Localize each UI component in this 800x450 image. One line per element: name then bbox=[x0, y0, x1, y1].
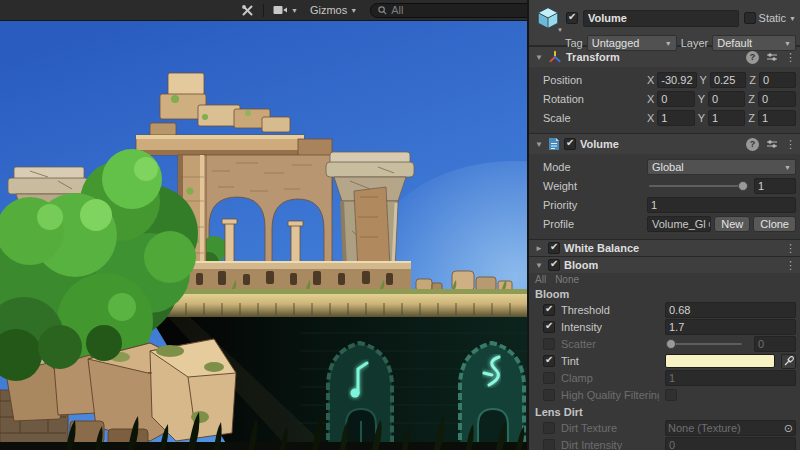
tag-dropdown[interactable]: Untagged ▼ bbox=[587, 35, 677, 51]
unity-editor-window: ▼ Gizmos ▼ All bbox=[0, 0, 800, 450]
dirt-intensity-checkbox[interactable] bbox=[543, 439, 555, 450]
rotation-z-field[interactable]: 0 bbox=[758, 91, 796, 107]
dirt-texture-object-field[interactable]: None (Texture) ⊙ bbox=[665, 420, 796, 436]
foldout-icon[interactable]: ▼ bbox=[534, 53, 544, 62]
weight-row: Weight 1 bbox=[543, 177, 796, 195]
rotation-row: Rotation X0 Y0 Z0 bbox=[543, 90, 796, 108]
foldout-icon[interactable]: ► bbox=[534, 244, 544, 253]
weight-slider[interactable] bbox=[647, 178, 750, 194]
gameobject-header: ▼ Volume Static ▼ Tag Untagged ▼ Layer bbox=[529, 0, 800, 46]
threshold-checkbox[interactable] bbox=[543, 304, 555, 316]
mode-dropdown[interactable]: Global ▼ bbox=[647, 159, 796, 175]
scatter-field[interactable]: 0 bbox=[754, 336, 796, 352]
gizmos-dropdown[interactable]: Gizmos ▼ bbox=[305, 2, 362, 19]
gameobject-active-checkbox[interactable] bbox=[566, 12, 578, 24]
static-checkbox[interactable] bbox=[744, 12, 756, 24]
scene-search-input[interactable]: All bbox=[370, 3, 542, 18]
clamp-field[interactable]: 1 bbox=[665, 370, 796, 386]
rock-pile bbox=[0, 325, 236, 447]
help-icon[interactable]: ? bbox=[746, 138, 759, 151]
presets-icon[interactable] bbox=[766, 139, 778, 149]
toolbar-separator bbox=[263, 4, 264, 17]
object-picker-icon[interactable]: ⊙ bbox=[708, 218, 711, 231]
volume-enabled-checkbox[interactable] bbox=[564, 138, 576, 150]
tools-icon bbox=[241, 4, 254, 17]
mode-row: Mode Global ▼ bbox=[543, 158, 796, 176]
scene-illustration bbox=[0, 21, 527, 450]
hqf-enable-checkbox[interactable] bbox=[543, 389, 555, 401]
scale-y-field[interactable]: 1 bbox=[708, 110, 745, 126]
scatter-slider[interactable] bbox=[665, 336, 744, 352]
clone-button[interactable]: Clone bbox=[753, 216, 796, 232]
eyedropper-button[interactable] bbox=[781, 354, 796, 369]
rotation-x-field[interactable]: 0 bbox=[657, 91, 694, 107]
presets-icon[interactable] bbox=[766, 52, 778, 62]
profile-object-field[interactable]: Volume_Gl ⊙ bbox=[647, 216, 711, 232]
position-y-field[interactable]: 0.25 bbox=[710, 72, 746, 88]
dirt-intensity-field[interactable]: 0 bbox=[665, 437, 796, 450]
inspector-panel: ▼ Volume Static ▼ Tag Untagged ▼ Layer bbox=[529, 0, 800, 450]
lens-dirt-section-label: Lens Dirt bbox=[529, 404, 800, 419]
search-icon bbox=[378, 6, 387, 15]
intensity-row: Intensity 1.7 bbox=[543, 319, 796, 335]
chevron-down-icon: ▼ bbox=[780, 164, 791, 171]
glowing-door-left bbox=[320, 333, 400, 450]
chevron-down-icon: ▼ bbox=[557, 27, 563, 33]
position-z-field[interactable]: 0 bbox=[759, 72, 796, 88]
object-picker-icon[interactable]: ⊙ bbox=[784, 422, 793, 435]
scale-x-field[interactable]: 1 bbox=[657, 110, 694, 126]
bloom-header[interactable]: ▼ Bloom ⋮ bbox=[529, 256, 800, 273]
all-button[interactable]: All bbox=[535, 274, 546, 285]
tint-swatch[interactable] bbox=[665, 354, 775, 368]
scene-toolbar: ▼ Gizmos ▼ All bbox=[0, 0, 527, 21]
foldout-icon[interactable]: ▼ bbox=[534, 261, 544, 270]
more-menu-icon[interactable]: ⋮ bbox=[785, 138, 796, 151]
scene-tools-button[interactable] bbox=[236, 2, 259, 19]
scene-view[interactable] bbox=[0, 21, 527, 450]
priority-field[interactable]: 1 bbox=[647, 197, 796, 213]
static-toggle[interactable]: Static ▼ bbox=[744, 12, 796, 24]
white-balance-checkbox[interactable] bbox=[548, 242, 560, 254]
intensity-checkbox[interactable] bbox=[543, 321, 555, 333]
white-balance-header[interactable]: ► White Balance ⋮ bbox=[529, 239, 800, 256]
hqf-value-checkbox[interactable] bbox=[665, 389, 677, 401]
help-icon[interactable]: ? bbox=[746, 51, 759, 64]
threshold-row: Threshold 0.68 bbox=[543, 302, 796, 318]
layer-dropdown[interactable]: Default ▼ bbox=[712, 35, 796, 51]
chevron-down-icon: ▼ bbox=[789, 15, 796, 22]
layer-label: Layer bbox=[681, 37, 709, 49]
tint-checkbox[interactable] bbox=[543, 355, 555, 367]
weight-field[interactable]: 1 bbox=[754, 178, 796, 194]
rotation-y-field[interactable]: 0 bbox=[708, 91, 745, 107]
balustrade bbox=[183, 261, 411, 290]
none-button[interactable]: None bbox=[555, 274, 579, 285]
scatter-checkbox[interactable] bbox=[543, 338, 555, 350]
threshold-field[interactable]: 0.68 bbox=[665, 302, 796, 318]
intensity-field[interactable]: 1.7 bbox=[665, 319, 796, 335]
profile-row: Profile Volume_Gl ⊙ New Clone bbox=[543, 215, 796, 233]
static-label: Static bbox=[759, 12, 787, 24]
scale-z-field[interactable]: 1 bbox=[758, 110, 796, 126]
hqf-row: High Quality Filtering bbox=[543, 387, 796, 403]
gameobject-icon-button[interactable]: ▼ bbox=[535, 5, 561, 31]
chevron-down-icon: ▼ bbox=[780, 40, 791, 47]
volume-header[interactable]: ▼ Volume ? ⋮ bbox=[529, 133, 800, 154]
dirt-texture-checkbox[interactable] bbox=[543, 422, 555, 434]
gameobject-name-field[interactable]: Volume bbox=[583, 10, 739, 27]
position-x-field[interactable]: -30.92 bbox=[657, 72, 696, 88]
glowing-door-right bbox=[450, 331, 527, 450]
clamp-checkbox[interactable] bbox=[543, 372, 555, 384]
clamp-row: Clamp 1 bbox=[543, 370, 796, 386]
position-row: Position X-30.92 Y0.25 Z0 bbox=[543, 71, 796, 89]
new-button[interactable]: New bbox=[714, 216, 750, 232]
more-menu-icon[interactable]: ⋮ bbox=[785, 259, 796, 272]
scene-camera-button[interactable]: ▼ bbox=[268, 2, 303, 19]
search-placeholder: All bbox=[391, 4, 403, 16]
script-icon bbox=[548, 137, 560, 151]
scale-row: Scale X1 Y1 Z1 bbox=[543, 109, 796, 127]
more-menu-icon[interactable]: ⋮ bbox=[785, 242, 796, 255]
bloom-checkbox[interactable] bbox=[548, 259, 560, 271]
bloom-override: ▼ Bloom ⋮ All None Bloom Threshold 0.68 … bbox=[529, 256, 800, 450]
more-menu-icon[interactable]: ⋮ bbox=[785, 51, 796, 64]
foldout-icon[interactable]: ▼ bbox=[534, 140, 544, 149]
